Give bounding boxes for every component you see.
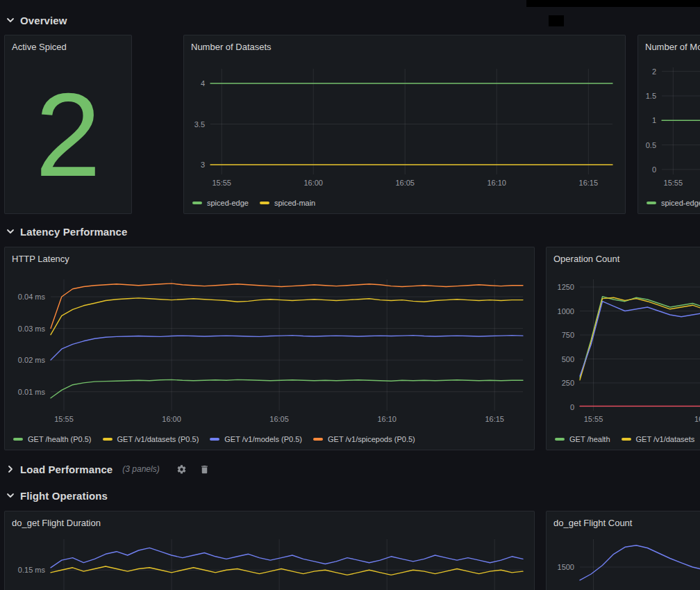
models-chart[interactable]: 00.511.5215:5516:0016:0516:1016:15 [644, 59, 700, 188]
operation-count-legend: GET /healthGET /v1/datasetsGET /v1/model… [555, 433, 700, 445]
svg-text:500: 500 [562, 355, 574, 363]
legend-series-label: spiced-edge [661, 199, 700, 207]
svg-text:0.03 ms: 0.03 ms [18, 325, 46, 333]
panel-number-of-models: Number of Models 00.511.5215:5516:0016:0… [638, 35, 700, 214]
http-latency-chart[interactable]: 0.01 ms0.02 ms0.03 ms0.04 ms15:5516:0016… [10, 271, 528, 425]
top-black-strip [526, 0, 700, 7]
legend-item[interactable]: spiced-edge [647, 199, 700, 207]
section-title: Overview [20, 15, 67, 26]
panel-operation-count: Operation Count 02505007501000125015:551… [546, 247, 700, 450]
svg-text:16:10: 16:10 [487, 179, 506, 187]
datasets-legend: spiced-edgespiced-main [192, 197, 622, 209]
svg-text:3: 3 [201, 161, 205, 169]
gear-icon [176, 464, 187, 475]
svg-text:0: 0 [652, 165, 656, 174]
section-header-flight-operations[interactable]: Flight Operations [6, 486, 108, 505]
legend-series-marker [313, 438, 323, 441]
svg-text:16:00: 16:00 [162, 415, 181, 423]
legend-series-marker [103, 438, 112, 441]
panel-do-get-flight-duration: do_get Flight Duration 0.1 ms0.15 ms15:5… [4, 511, 535, 590]
svg-text:15:55: 15:55 [584, 415, 603, 423]
legend-series-marker [210, 438, 219, 441]
svg-text:0: 0 [570, 403, 574, 411]
svg-text:1000: 1000 [558, 307, 574, 316]
svg-text:750: 750 [562, 331, 574, 339]
svg-text:4: 4 [201, 79, 205, 88]
top-black-square [549, 15, 564, 26]
operation-count-chart[interactable]: 02505007501000125015:5516:0016:0516:1016… [552, 271, 700, 425]
svg-text:3.5: 3.5 [194, 120, 205, 129]
section-header-overview[interactable]: Overview [6, 11, 67, 29]
legend-series-marker [647, 202, 656, 204]
section-title: Latency Performance [20, 226, 127, 238]
svg-text:15:55: 15:55 [212, 179, 231, 187]
flight-duration-chart[interactable]: 0.1 ms0.15 ms15:5516:0016:0516:1016:15 [10, 535, 528, 590]
panel-active-spiced: Active Spiced 2 [4, 35, 132, 214]
legend-item[interactable]: spiced-main [260, 199, 315, 207]
section-settings-button[interactable] [176, 464, 187, 475]
panel-title[interactable]: Active Spiced [5, 35, 131, 56]
svg-text:2: 2 [652, 67, 656, 76]
svg-text:0.5: 0.5 [646, 141, 656, 149]
chevron-down-icon [6, 227, 15, 236]
chevron-right-icon [6, 464, 15, 474]
svg-text:0.04 ms: 0.04 ms [18, 293, 46, 301]
svg-text:16:05: 16:05 [269, 415, 289, 423]
legend-item[interactable]: GET /v1/datasets (P0.5) [103, 435, 199, 443]
trash-icon [199, 464, 210, 475]
datasets-chart[interactable]: 33.5415:5516:0016:0516:1016:15 [190, 59, 619, 188]
legend-series-marker [555, 438, 565, 441]
legend-item[interactable]: GET /health (P0.5) [13, 435, 92, 443]
section-title: Load Performance [20, 464, 112, 475]
section-delete-button[interactable] [199, 464, 210, 475]
svg-text:0.02 ms: 0.02 ms [18, 356, 46, 364]
panel-title[interactable]: Number of Datasets [184, 35, 625, 56]
svg-text:16:00: 16:00 [694, 415, 700, 423]
svg-text:16:00: 16:00 [303, 179, 323, 187]
panel-title[interactable]: HTTP Latency [5, 247, 534, 268]
legend-item[interactable]: spiced-edge [192, 199, 249, 207]
svg-text:0.01 ms: 0.01 ms [18, 388, 46, 396]
svg-text:1250: 1250 [558, 283, 574, 291]
svg-text:0.15 ms: 0.15 ms [18, 566, 46, 574]
panel-title[interactable]: do_get Flight Count [547, 511, 700, 532]
svg-text:1.5: 1.5 [646, 92, 656, 100]
legend-series-marker [192, 202, 202, 204]
legend-item[interactable]: GET /v1/spicepods (P0.5) [313, 435, 415, 443]
svg-text:16:10: 16:10 [377, 415, 397, 423]
grafana-dashboard: Overview Active Spiced 2 Number of Datas… [0, 0, 700, 590]
legend-series-marker [260, 202, 269, 204]
legend-series-label: GET /v1/datasets [636, 435, 695, 443]
svg-text:16:15: 16:15 [579, 179, 599, 187]
svg-text:1500: 1500 [558, 563, 574, 571]
models-legend: spiced-edge [647, 197, 700, 209]
flight-count-chart[interactable]: 1000150015:5516:0016:0516:1016:15 [552, 535, 700, 590]
panel-title[interactable]: Operation Count [547, 247, 700, 268]
legend-item[interactable]: GET /v1/datasets [622, 435, 695, 443]
panel-title[interactable]: Number of Models [638, 35, 700, 56]
http-latency-legend: GET /health (P0.5)GET /v1/datasets (P0.5… [13, 433, 531, 445]
panel-http-latency: HTTP Latency 0.01 ms0.02 ms0.03 ms0.04 m… [4, 247, 535, 450]
svg-text:250: 250 [562, 379, 574, 387]
legend-item[interactable]: GET /v1/models (P0.5) [210, 435, 302, 443]
legend-item[interactable]: GET /health [555, 435, 610, 443]
legend-series-label: GET /v1/datasets (P0.5) [117, 435, 199, 443]
panel-title[interactable]: do_get Flight Duration [5, 511, 534, 532]
section-title: Flight Operations [20, 490, 108, 502]
svg-text:16:05: 16:05 [395, 179, 415, 187]
panel-number-of-datasets: Number of Datasets 33.5415:5516:0016:051… [183, 35, 626, 214]
panels-count-label: (3 panels) [122, 464, 159, 474]
legend-series-label: GET /v1/spicepods (P0.5) [328, 435, 415, 443]
section-header-load-performance[interactable]: Load Performance (3 panels) [6, 460, 210, 478]
legend-series-label: GET /v1/models (P0.5) [224, 435, 302, 443]
legend-series-label: spiced-edge [207, 199, 249, 207]
chevron-down-icon [6, 15, 15, 25]
chevron-down-icon [6, 491, 15, 500]
svg-text:16:15: 16:15 [485, 415, 504, 423]
legend-series-marker [13, 438, 23, 441]
legend-series-label: GET /health (P0.5) [28, 435, 92, 443]
section-header-latency-performance[interactable]: Latency Performance [6, 222, 127, 240]
svg-text:15:55: 15:55 [54, 415, 74, 423]
active-spiced-value: 2 [5, 56, 131, 213]
svg-text:15:55: 15:55 [664, 179, 683, 187]
